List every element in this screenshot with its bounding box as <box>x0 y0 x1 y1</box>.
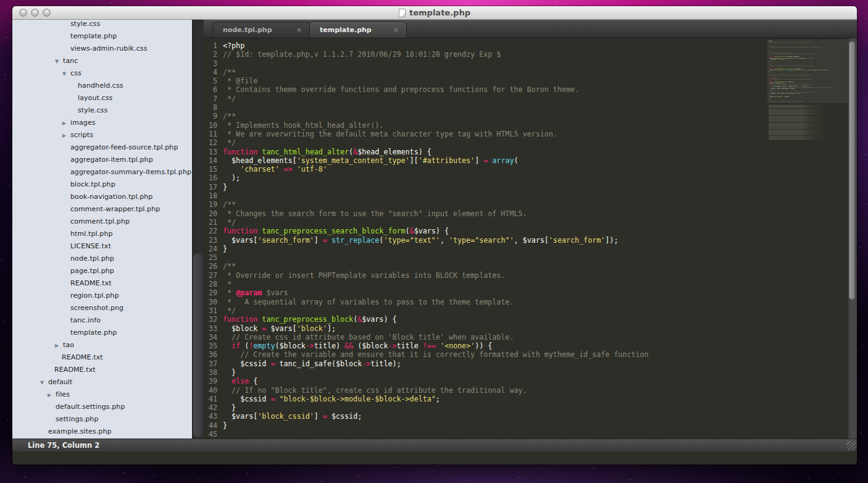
code-line[interactable]: 34 // Create css id attribute based on '… <box>204 333 857 342</box>
editor-tab[interactable]: template.php× <box>309 22 407 38</box>
tree-item-file[interactable]: html.tpl.php <box>12 228 192 240</box>
tree-item-folder[interactable]: ▶tao <box>12 339 192 351</box>
code-line[interactable]: 19/** <box>204 200 857 209</box>
code-line[interactable]: 1<?php <box>204 41 857 50</box>
minimize-button[interactable] <box>31 9 39 17</box>
tree-item-file[interactable]: README.txt <box>12 364 192 376</box>
code-line[interactable]: 45 <box>204 430 857 439</box>
tree-item-file[interactable]: default.settings.php <box>12 401 192 413</box>
sidebar-scrollbar[interactable] <box>192 20 204 439</box>
tree-item-file[interactable]: template.php <box>12 30 192 43</box>
disclosure-closed-icon[interactable]: ▶ <box>48 389 56 401</box>
tree-item-file[interactable]: style.css <box>12 104 192 117</box>
code-line[interactable]: 2// $Id: template.php,v 1.1.2.7 2010/06/… <box>204 50 857 59</box>
tree-item-folder[interactable]: ▼tanc <box>12 55 192 67</box>
tree-item-file[interactable]: screenshot.png <box>12 302 192 314</box>
editor-tab[interactable]: node.tpl.php× <box>212 22 310 38</box>
tree-item-file[interactable]: views-admin-rubik.css <box>12 43 192 55</box>
code-line[interactable]: 25 <box>204 253 857 262</box>
code-line[interactable]: 13function tanc_html_head_alter(&$head_e… <box>204 148 857 156</box>
close-button[interactable] <box>19 9 27 17</box>
code-line[interactable]: 5 * @file <box>204 77 857 85</box>
code-line[interactable]: 8 <box>204 103 857 112</box>
minimap[interactable]: <?php// $Id: template.php,v 1.1.2.7 2010… <box>767 40 848 142</box>
tree-item-file[interactable]: region.tpl.php <box>12 290 192 302</box>
tree-item-file[interactable]: comment-wrapper.tpl.php <box>12 203 192 216</box>
code-line[interactable]: 43 $vars['block_cssid'] = $cssid; <box>204 412 857 421</box>
code-line[interactable]: 11 * We are overwriting the default meta… <box>204 130 857 138</box>
code-line[interactable]: 4/** <box>204 68 857 77</box>
editor-scrollbar[interactable] <box>848 38 857 439</box>
tree-item-file[interactable]: LICENSE.txt <box>12 240 192 253</box>
disclosure-open-icon[interactable]: ▼ <box>55 56 63 68</box>
editor-scrollbar-thumb[interactable] <box>849 41 855 300</box>
tree-item-file[interactable]: example.sites.php <box>12 426 192 438</box>
code-line[interactable]: 38 } <box>204 368 857 377</box>
code-line[interactable]: 7 */ <box>204 94 857 103</box>
tree-item-file[interactable]: settings.php <box>12 413 192 426</box>
code-line[interactable]: 22function tanc_preprocess_search_block_… <box>204 227 857 235</box>
disclosure-closed-icon[interactable]: ▶ <box>62 130 70 142</box>
code-line[interactable]: 15 'charset' => 'utf-8' <box>204 165 857 174</box>
code-line[interactable]: 20 * Changes the search form to use the … <box>204 209 857 218</box>
window-titlebar[interactable]: template.php <box>12 6 857 20</box>
code-line[interactable]: 10 * Implements hook_html_head_alter(). <box>204 121 857 130</box>
code-line[interactable]: 27 * Override or insert PHPTemplate vari… <box>204 271 857 280</box>
tree-item-folder[interactable]: ▶images <box>12 117 192 129</box>
code-line[interactable]: 31 */ <box>204 306 857 315</box>
code-editor[interactable]: 1<?php2// $Id: template.php,v 1.1.2.7 20… <box>204 38 857 439</box>
disclosure-closed-icon[interactable]: ▶ <box>62 117 70 130</box>
tree-item-folder[interactable]: ▶files <box>12 388 192 401</box>
code-line[interactable]: 12 */ <box>204 138 857 147</box>
tree-item-file[interactable]: comment.tpl.php <box>12 216 192 228</box>
tree-item-file[interactable]: aggregator-summary-items.tpl.php <box>12 166 192 178</box>
code-line[interactable]: 3 <box>204 59 857 68</box>
file-tree[interactable]: style.csstemplate.phpviews-admin-rubik.c… <box>12 20 192 439</box>
tree-item-file[interactable]: block.tpl.php <box>12 178 192 191</box>
code-line[interactable]: 41 $cssid = "block-$block->module-$block… <box>204 395 857 403</box>
disclosure-closed-icon[interactable]: ▶ <box>55 340 63 352</box>
tree-item-file[interactable]: handheld.css <box>12 80 192 92</box>
code-line[interactable]: 9/** <box>204 112 857 120</box>
code-line[interactable]: 24} <box>204 245 857 253</box>
tree-item-file[interactable]: node.tpl.php <box>12 253 192 265</box>
code-line[interactable]: 40 // If no "Block title", create css id… <box>204 386 857 395</box>
code-lines[interactable]: 1<?php2// $Id: template.php,v 1.1.2.7 20… <box>204 38 857 439</box>
code-line[interactable]: 14 $head_elements['system_meta_content_t… <box>204 156 857 165</box>
resize-grip[interactable] <box>846 441 856 450</box>
code-line[interactable]: 17} <box>204 183 857 191</box>
tree-item-file[interactable]: tanc.info <box>12 314 192 327</box>
code-line[interactable]: 39 else { <box>204 377 857 385</box>
tree-item-file[interactable]: README.txt <box>12 351 192 364</box>
tree-item-file[interactable]: style.css <box>12 20 192 30</box>
tree-item-file[interactable]: aggregator-feed-source.tpl.php <box>12 141 192 154</box>
code-line[interactable]: 36 // Create the variable and ensure tha… <box>204 350 857 359</box>
disclosure-open-icon[interactable]: ▼ <box>40 377 48 389</box>
tree-item-file[interactable]: book-navigation.tpl.php <box>12 191 192 203</box>
tree-item-file[interactable]: README.txt <box>12 277 192 290</box>
sidebar-scrollbar-thumb[interactable] <box>193 253 202 437</box>
code-line[interactable]: 35 if (!empty($block->title) && ($block-… <box>204 342 857 350</box>
code-line[interactable]: 21 */ <box>204 218 857 227</box>
code-line[interactable]: 32function tanc_preprocess_block(&$vars)… <box>204 315 857 324</box>
disclosure-open-icon[interactable]: ▼ <box>62 68 70 80</box>
code-line[interactable]: 44} <box>204 421 857 430</box>
close-tab-icon[interactable]: × <box>393 22 399 38</box>
code-line[interactable]: 33 $block = $vars['block']; <box>204 324 857 333</box>
tree-item-file[interactable]: aggregator-item.tpl.php <box>12 154 192 166</box>
tree-item-file[interactable]: template.php <box>12 327 192 339</box>
close-tab-icon[interactable]: × <box>296 22 302 38</box>
zoom-button[interactable] <box>43 9 51 17</box>
code-line[interactable]: 29 * @param $vars <box>204 288 857 297</box>
code-line[interactable]: 23 $vars['search_form'] = str_replace('t… <box>204 236 857 245</box>
tree-item-file[interactable]: layout.css <box>12 92 192 104</box>
tree-item-folder[interactable]: ▼default <box>12 376 192 388</box>
code-line[interactable]: 26/** <box>204 262 857 271</box>
code-line[interactable]: 30 * A sequential array of variables to … <box>204 298 857 306</box>
tree-item-folder[interactable]: ▶scripts <box>12 129 192 141</box>
code-line[interactable]: 42 } <box>204 403 857 412</box>
code-line[interactable]: 37 $cssid = tanc_id_safe($block->title); <box>204 359 857 368</box>
code-line[interactable]: 6 * Contains theme override functions an… <box>204 85 857 94</box>
tree-item-file[interactable]: page.tpl.php <box>12 265 192 277</box>
code-line[interactable]: 28 * <box>204 280 857 288</box>
